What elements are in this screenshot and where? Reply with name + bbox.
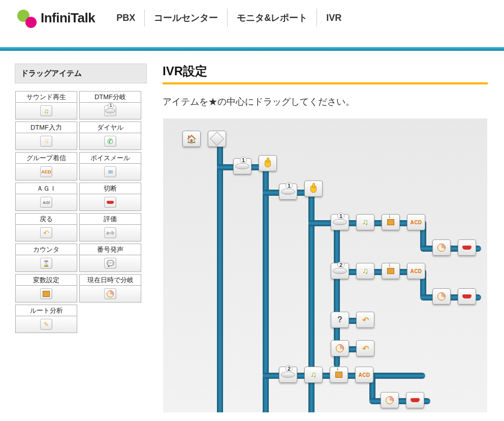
palette-eval[interactable]: a=b xyxy=(79,224,141,242)
flow-node-hangup[interactable] xyxy=(406,392,424,408)
hand-icon xyxy=(263,159,272,168)
title-underline xyxy=(163,82,488,84)
hangup-icon xyxy=(104,197,116,208)
palette-dtmf-input[interactable] xyxy=(15,133,77,150)
flow-node-branch-2[interactable]: 2 xyxy=(279,367,297,383)
palette-voicemail[interactable]: ✉ xyxy=(79,163,141,181)
palette-route-analyze[interactable]: ✎ xyxy=(15,316,77,333)
flow-node-hangup[interactable] xyxy=(458,288,476,305)
flow-node-acd[interactable]: ACD xyxy=(355,367,373,383)
palette-label: ルート分析 xyxy=(15,305,77,316)
flow-node-set-variable[interactable] xyxy=(382,214,400,230)
flow-node-root[interactable]: 🏠 xyxy=(182,131,201,147)
flow-node-set-variable[interactable] xyxy=(382,263,400,279)
flow-node-play-sound[interactable]: ♫ xyxy=(356,263,374,279)
drag-item-panel: ドラッグアイテム サウンド再生♫ DTMF分岐 DTMF入力 ダイヤル✆ グルー… xyxy=(14,63,147,413)
palette-group-ring[interactable]: ACD xyxy=(15,163,77,181)
brand-logo-mark xyxy=(14,8,39,28)
palette-label: グループ着信 xyxy=(15,152,77,163)
palette-set-variable[interactable] xyxy=(15,285,77,303)
drag-item-palette: サウンド再生♫ DTMF分岐 DTMF入力 ダイヤル✆ グループ着信ACD ボイ… xyxy=(14,91,147,335)
palette-label: 変数設定 xyxy=(15,274,77,285)
palette-sound-play[interactable]: ♫ xyxy=(15,102,77,119)
palette-label: ダイヤル xyxy=(79,122,141,133)
flow-node-hangup[interactable] xyxy=(458,239,476,256)
nav-monitor-report[interactable]: モニタ&レポート xyxy=(228,9,317,27)
palette-back[interactable]: ↶ xyxy=(15,224,77,242)
flow-node-acd[interactable]: ACD xyxy=(407,214,425,230)
variable-box-icon xyxy=(387,268,394,274)
variable-box-icon xyxy=(40,288,52,299)
clock-icon xyxy=(336,344,344,352)
acd-icon: ACD xyxy=(40,166,52,177)
flow-node-play-sound[interactable]: ♫ xyxy=(304,367,323,383)
branch-disc-icon xyxy=(104,105,116,116)
flow-node-timer[interactable] xyxy=(331,340,349,356)
instruction-text: アイテムを★の中心にドラッグしてください。 xyxy=(163,96,490,108)
hangup-icon xyxy=(411,398,420,402)
flow-node-back[interactable]: ↶ xyxy=(356,312,374,328)
eval-icon: a=b xyxy=(104,227,116,238)
page-title: IVR設定 xyxy=(163,63,490,79)
palette-label: 評価 xyxy=(79,213,141,224)
music-icon: ♫ xyxy=(310,370,317,379)
flow-node-back[interactable]: ↶ xyxy=(356,340,374,356)
music-icon: ♫ xyxy=(362,218,368,227)
flow-node-play-sound[interactable]: ♫ xyxy=(356,214,374,230)
palette-label: サウンド再生 xyxy=(15,91,77,102)
flow-node-timer[interactable] xyxy=(432,288,451,305)
hangup-icon xyxy=(462,246,471,250)
app-header: InfiniTalk PBX コールセンター モニタ&レポート IVR xyxy=(0,0,504,36)
clock-icon xyxy=(386,396,394,404)
back-arrow-icon: ↶ xyxy=(40,227,52,238)
palette-dial[interactable]: ✆ xyxy=(79,133,141,150)
palette-label: 切断 xyxy=(79,183,141,194)
counter-icon: ⌛ xyxy=(40,258,52,269)
palette-label: ＡＧＩ xyxy=(15,183,77,194)
palette-counter[interactable]: ⌛ xyxy=(15,255,77,272)
flow-node-branch-1[interactable]: 1 xyxy=(331,214,349,230)
palette-hangup[interactable] xyxy=(79,194,141,211)
flow-node-condition[interactable] xyxy=(208,131,226,147)
palette-dtmf-branch[interactable] xyxy=(79,102,141,119)
nav-pbx[interactable]: PBX xyxy=(107,10,145,26)
nav-ivr[interactable]: IVR xyxy=(317,10,351,26)
hand-icon xyxy=(309,184,318,193)
flow-node-acd[interactable]: ACD xyxy=(407,263,425,279)
music-icon: ♫ xyxy=(40,105,52,116)
flow-node-branch-other[interactable]: ? xyxy=(331,312,349,328)
diamond-icon xyxy=(210,132,224,146)
flow-node-timer[interactable] xyxy=(381,392,399,408)
flow-node-timer[interactable] xyxy=(432,239,451,256)
route-icon: ✎ xyxy=(40,319,52,330)
home-icon: 🏠 xyxy=(186,134,197,144)
hangup-icon xyxy=(462,294,471,298)
flow-node-branch-1[interactable]: 1 xyxy=(233,158,251,174)
drag-item-panel-title: ドラッグアイテム xyxy=(14,63,147,84)
clock-icon xyxy=(437,292,446,300)
header-divider xyxy=(0,47,504,51)
palette-label: DTMF入力 xyxy=(15,122,77,133)
flow-node-set-variable[interactable] xyxy=(330,367,348,383)
back-arrow-icon: ↶ xyxy=(362,344,369,353)
music-icon: ♫ xyxy=(362,266,368,276)
palette-datetime-branch[interactable] xyxy=(79,285,141,303)
flow-node-branch-1[interactable]: 1 xyxy=(279,184,297,200)
clock-icon xyxy=(437,244,446,252)
palette-label: 戻る xyxy=(15,213,77,224)
ivr-flow-canvas[interactable]: 🏠 1 1 1 ♫ ACD 2 ♫ ACD ? ↶ xyxy=(163,118,488,413)
flow-node-dtmf-input[interactable] xyxy=(304,181,323,197)
palette-label: DTMF分岐 xyxy=(79,91,141,102)
palette-label: ボイスメール xyxy=(79,152,141,163)
flow-node-dtmf-input[interactable] xyxy=(259,155,277,171)
palette-label: カウンタ xyxy=(15,244,77,255)
flow-node-branch-2[interactable]: 2 xyxy=(331,263,349,279)
nav-callcenter[interactable]: コールセンター xyxy=(145,9,228,27)
palette-agi[interactable]: AGI xyxy=(15,194,77,211)
main-content: IVR設定 アイテムを★の中心にドラッグしてください。 xyxy=(163,63,490,413)
brand-name: InfiniTalk xyxy=(41,10,95,26)
top-nav: PBX コールセンター モニタ&レポート IVR xyxy=(107,9,351,27)
flow-pipe xyxy=(217,144,223,413)
palette-number-speak[interactable]: 💬 xyxy=(79,255,141,272)
mail-icon: ✉ xyxy=(104,166,116,177)
